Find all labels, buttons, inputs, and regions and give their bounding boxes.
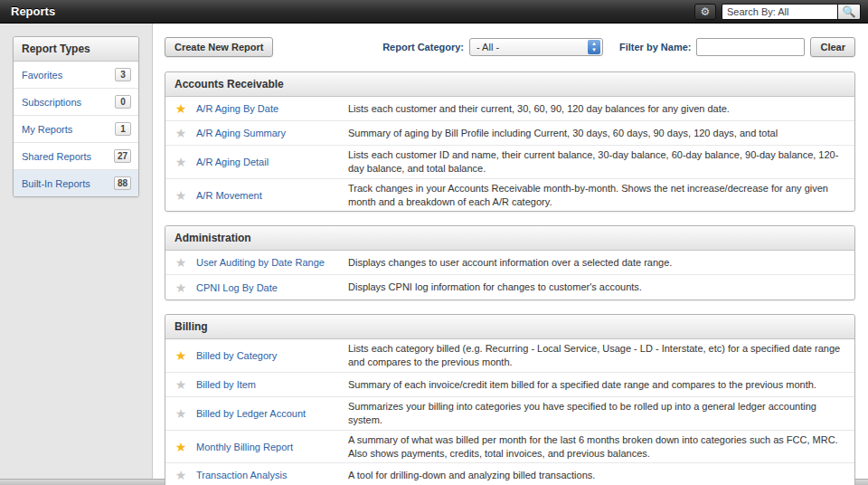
- report-name-link[interactable]: Monthly Billing Report: [196, 442, 348, 452]
- sidebar-item-label: My Reports: [22, 124, 72, 135]
- sidebar-item-label: Favorites: [22, 70, 62, 81]
- sidebar-item-count-badge: 27: [114, 149, 131, 163]
- report-name-link[interactable]: Billed by Ledger Account: [196, 408, 348, 419]
- gear-icon[interactable]: ⚙: [694, 4, 716, 20]
- report-row: ★ Billed by Ledger Account Summarizes yo…: [165, 397, 854, 431]
- search-input[interactable]: [722, 4, 837, 20]
- clear-button[interactable]: Clear: [810, 37, 855, 57]
- sidebar-list: Favorites 3 Subscriptions 0 My Reports 1…: [14, 62, 138, 196]
- report-description: A summary of what was billed per month f…: [348, 433, 854, 461]
- favorite-star-icon[interactable]: ★: [165, 468, 196, 482]
- main-content: Create New Report Report Category: - All…: [165, 36, 855, 485]
- sidebar-item[interactable]: Built-In Reports 88: [14, 170, 138, 196]
- report-description: Displays CPNI log information for change…: [348, 281, 854, 294]
- filter-by-name-input[interactable]: [696, 38, 805, 56]
- report-row: ★ Transaction Analysis A tool for drilli…: [165, 463, 854, 485]
- toolbar-right: Report Category: - All - ▲▼ Filter by Na…: [382, 37, 855, 57]
- favorite-star-icon[interactable]: ★: [165, 440, 196, 454]
- section-title: Billing: [165, 315, 854, 339]
- report-row: ★ User Auditing by Date Range Displays c…: [165, 251, 854, 275]
- favorite-star-icon[interactable]: ★: [165, 406, 196, 421]
- sections-container: Accounts Receivable ★ A/R Aging By Date …: [165, 71, 855, 485]
- section-rows: ★ Billed by Category Lists each category…: [165, 339, 854, 485]
- report-description: Lists each customer ID and name, their c…: [348, 148, 854, 176]
- report-name-link[interactable]: A/R Aging By Date: [196, 103, 348, 114]
- report-description: A tool for drilling-down and analyzing b…: [348, 469, 854, 482]
- sidebar-item-count-badge: 88: [114, 176, 131, 190]
- page-body: Report Types Favorites 3 Subscriptions 0…: [0, 24, 868, 479]
- section-title: Administration: [165, 226, 854, 251]
- report-description: Summarizes your billing into categories …: [348, 400, 854, 427]
- section-rows: ★ User Auditing by Date Range Displays c…: [165, 251, 854, 300]
- report-types-title: Report Types: [14, 37, 138, 62]
- favorite-star-icon[interactable]: ★: [165, 126, 196, 140]
- sidebar-item[interactable]: My Reports 1: [14, 116, 138, 143]
- sidebar-item[interactable]: Shared Reports 27: [14, 143, 138, 170]
- report-description: Summary of aging by Bill Profile includi…: [348, 127, 854, 140]
- sidebar-item-label: Built-In Reports: [22, 178, 90, 189]
- sidebar-item-count-badge: 3: [115, 68, 131, 81]
- report-description: Lists each customer and their current, 3…: [348, 102, 854, 116]
- section-title: Accounts Receivable: [165, 72, 854, 97]
- report-section: Administration ★ User Auditing by Date R…: [165, 225, 855, 300]
- report-row: ★ A/R Aging Summary Summary of aging by …: [165, 121, 854, 146]
- sidebar-item-label: Shared Reports: [22, 151, 91, 162]
- sidebar-item-label: Subscriptions: [22, 97, 81, 108]
- report-row: ★ CPNI Log By Date Displays CPNI log inf…: [165, 275, 854, 300]
- report-section: Accounts Receivable ★ A/R Aging By Date …: [165, 71, 855, 212]
- report-description: Displays changes to user account informa…: [348, 256, 854, 270]
- report-description: Lists each category billed (e.g. Recurri…: [348, 342, 854, 369]
- report-name-link[interactable]: A/R Aging Summary: [196, 128, 348, 138]
- report-name-link[interactable]: Billed by Category: [196, 350, 348, 361]
- top-bar: Reports ⚙ 🔍: [0, 0, 868, 24]
- report-row: ★ A/R Aging Detail Lists each customer I…: [165, 146, 854, 179]
- search-wrap: 🔍: [722, 4, 861, 20]
- favorite-star-icon[interactable]: ★: [165, 188, 196, 203]
- report-row: ★ Billed by Item Summary of each invoice…: [165, 373, 854, 397]
- page-title: Reports: [11, 5, 55, 18]
- report-name-link[interactable]: Transaction Analysis: [196, 470, 348, 480]
- report-description: Summary of each invoice/credit item bill…: [348, 378, 854, 392]
- sidebar-item-count-badge: 0: [115, 95, 131, 109]
- create-new-report-button[interactable]: Create New Report: [165, 37, 273, 57]
- report-row: ★ A/R Movement Track changes in your Acc…: [165, 179, 854, 212]
- sidebar-item-count-badge: 1: [115, 122, 131, 136]
- report-category-value: - All -: [476, 42, 499, 52]
- report-name-link[interactable]: A/R Aging Detail: [196, 157, 348, 167]
- favorite-star-icon[interactable]: ★: [165, 377, 196, 392]
- favorite-star-icon[interactable]: ★: [165, 101, 196, 116]
- report-name-link[interactable]: User Auditing by Date Range: [196, 257, 348, 268]
- favorite-star-icon[interactable]: ★: [165, 155, 196, 169]
- select-stepper-icon: ▲▼: [588, 40, 600, 54]
- report-row: ★ Billed by Category Lists each category…: [165, 339, 854, 373]
- report-name-link[interactable]: CPNI Log By Date: [196, 282, 348, 293]
- report-types-panel: Report Types Favorites 3 Subscriptions 0…: [13, 36, 139, 197]
- toolbar: Create New Report Report Category: - All…: [165, 36, 855, 58]
- favorite-star-icon[interactable]: ★: [165, 255, 196, 270]
- report-name-link[interactable]: A/R Movement: [196, 190, 348, 201]
- report-category-select[interactable]: - All - ▲▼: [469, 38, 603, 56]
- topbar-right: ⚙ 🔍: [694, 4, 861, 20]
- magnifier-icon[interactable]: 🔍: [837, 4, 861, 20]
- report-section: Billing ★ Billed by Category Lists each …: [165, 314, 855, 485]
- favorite-star-icon[interactable]: ★: [165, 281, 196, 295]
- report-name-link[interactable]: Billed by Item: [196, 379, 348, 390]
- report-description: Track changes in your Accounts Receivabl…: [348, 182, 854, 209]
- report-row: ★ A/R Aging By Date Lists each customer …: [165, 97, 854, 121]
- report-row: ★ Monthly Billing Report A summary of wh…: [165, 431, 854, 464]
- filter-by-name-label: Filter by Name:: [619, 42, 691, 52]
- sidebar-item[interactable]: Favorites 3: [14, 62, 138, 89]
- section-rows: ★ A/R Aging By Date Lists each customer …: [165, 97, 854, 211]
- report-category-label: Report Category:: [382, 42, 464, 52]
- sidebar-item[interactable]: Subscriptions 0: [14, 89, 138, 116]
- favorite-star-icon[interactable]: ★: [165, 348, 196, 363]
